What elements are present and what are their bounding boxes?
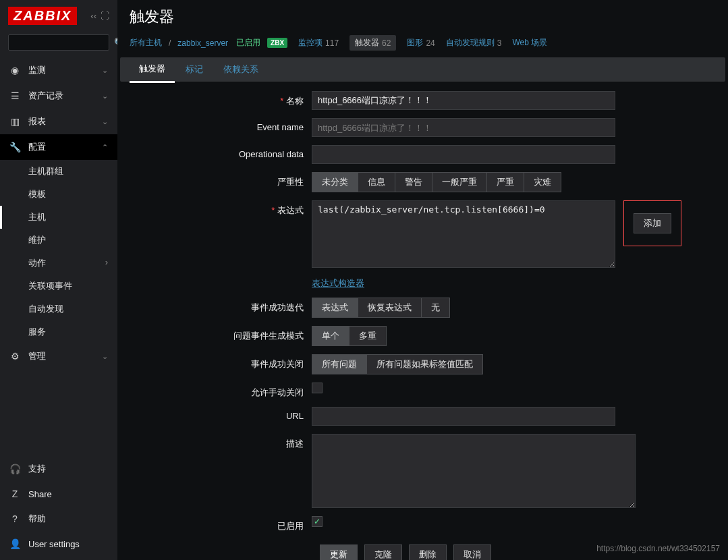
subnav-graphs[interactable]: 图形 24	[407, 37, 435, 49]
severity-opt-5[interactable]: 灾难	[524, 172, 561, 192]
add-button[interactable]: 添加	[634, 213, 671, 233]
ok-close-0[interactable]: 所有问题	[312, 354, 367, 374]
subnav-discovery[interactable]: 自动发现规则 3	[446, 37, 502, 49]
nav-reports[interactable]: ▥ 报表 ⌄	[0, 109, 117, 134]
severity-opt-1[interactable]: 信息	[358, 172, 395, 192]
expression-constructor-link[interactable]: 表达式构造器	[312, 277, 364, 289]
chevron-down-icon: ⌄	[102, 117, 108, 126]
sub-hosts[interactable]: 主机	[0, 206, 117, 229]
sub-templates[interactable]: 模板	[0, 183, 117, 206]
input-description[interactable]	[312, 434, 636, 508]
input-name[interactable]	[312, 91, 615, 110]
list-icon: ☰	[9, 90, 20, 101]
update-button[interactable]: 更新	[320, 544, 358, 560]
label-expression: 表达式	[130, 200, 312, 217]
chevron-down-icon: ⌄	[102, 66, 108, 75]
gen-mode-1[interactable]: 多重	[349, 326, 387, 346]
sidebar-footer: 🎧 支持 Z Share ? 帮助 👤 User settings	[0, 456, 117, 560]
label-eventname: Event name	[130, 118, 312, 132]
clone-button[interactable]: 克隆	[364, 544, 402, 560]
label-severity: 严重性	[130, 172, 312, 188]
help-icon: ?	[9, 513, 20, 524]
footer-help[interactable]: ? 帮助	[0, 506, 117, 532]
severity-group: 未分类 信息 警告 一般严重 严重 灾难	[312, 172, 561, 192]
nav-monitor[interactable]: ◉ 监测 ⌄	[0, 57, 117, 83]
breadcrumb-host[interactable]: zabbix_server	[177, 38, 228, 48]
ok-close-1[interactable]: 所有问题如果标签值匹配	[366, 354, 483, 374]
nav-label: 管理	[28, 350, 46, 362]
footer-share[interactable]: Z Share	[0, 482, 117, 506]
label-manual-close: 允许手动关闭	[130, 383, 312, 399]
logo: ZABBIX	[8, 7, 77, 25]
label-event-iterate: 事件成功迭代	[130, 298, 312, 314]
footer-support[interactable]: 🎧 支持	[0, 456, 117, 482]
form-actions: 更新 克隆 删除 取消	[130, 544, 716, 560]
nav-label: 监测	[28, 64, 46, 76]
page-title: 触发器	[117, 0, 728, 31]
headset-icon: 🎧	[9, 464, 20, 474]
nav-label: 资产记录	[28, 90, 63, 102]
gear-icon: ⚙	[9, 351, 20, 362]
label-enabled: 已启用	[130, 516, 312, 532]
checkbox-enabled[interactable]: ✓	[312, 516, 323, 527]
user-icon: 👤	[9, 538, 20, 549]
subnav-web[interactable]: Web 场景	[512, 37, 547, 49]
input-url[interactable]	[312, 407, 615, 426]
tabs: 触发器 标记 依赖关系	[120, 57, 725, 82]
gen-mode-group: 单个 多重	[312, 326, 387, 346]
nav-config[interactable]: 🔧 配置 ⌃	[0, 134, 117, 160]
severity-opt-4[interactable]: 严重	[486, 172, 524, 192]
gen-mode-0[interactable]: 单个	[312, 326, 349, 346]
form-area: 名称 Event name Operational data 严重性	[117, 82, 728, 560]
main-content: 触发器 所有主机 / zabbix_server 已启用 ZBX 监控项 117…	[117, 0, 728, 560]
event-iterate-0[interactable]: 表达式	[312, 298, 358, 318]
breadcrumb-sep: /	[169, 38, 171, 48]
sub-maintenance[interactable]: 维护	[0, 229, 117, 252]
breadcrumb-subnav: 所有主机 / zabbix_server 已启用 ZBX 监控项 117 触发器…	[117, 31, 728, 51]
input-expression[interactable]	[312, 200, 615, 268]
tab-dep[interactable]: 依赖关系	[214, 57, 268, 82]
chevron-down-icon: ⌄	[102, 92, 108, 101]
zbx-badge: ZBX	[267, 38, 287, 48]
expand-icon[interactable]: ⛶	[101, 11, 109, 21]
sub-correlation[interactable]: 关联项事件	[0, 275, 117, 298]
severity-opt-2[interactable]: 警告	[395, 172, 432, 192]
severity-opt-0[interactable]: 未分类	[312, 172, 358, 192]
breadcrumb-allhosts[interactable]: 所有主机	[130, 37, 162, 49]
delete-button[interactable]: 删除	[409, 544, 447, 560]
eye-icon: ◉	[9, 65, 20, 76]
sidebar-header: ZABBIX ‹‹ ⛶	[0, 0, 117, 32]
nav-admin[interactable]: ⚙ 管理 ⌄	[0, 343, 117, 369]
event-iterate-2[interactable]: 无	[421, 298, 450, 318]
wrench-icon: 🔧	[9, 142, 20, 152]
cancel-button[interactable]: 取消	[453, 544, 491, 560]
search-box[interactable]: 🔍	[8, 34, 109, 51]
event-iterate-1[interactable]: 恢复表达式	[358, 298, 422, 318]
nav-label: 报表	[28, 115, 46, 128]
nav-label: 配置	[28, 141, 46, 153]
collapse-icon[interactable]: ‹‹	[90, 11, 96, 21]
severity-opt-3[interactable]: 一般严重	[432, 172, 487, 192]
ok-close-group: 所有问题 所有问题如果标签值匹配	[312, 354, 483, 374]
sub-hostgroups[interactable]: 主机群组	[0, 160, 117, 183]
subnav-triggers[interactable]: 触发器 62	[349, 35, 396, 51]
tab-trigger[interactable]: 触发器	[130, 57, 175, 83]
chevron-right-icon: ›	[105, 257, 108, 267]
event-iterate-group: 表达式 恢复表达式 无	[312, 298, 450, 318]
tab-tag[interactable]: 标记	[176, 57, 213, 82]
input-opdata[interactable]	[312, 145, 615, 164]
search-input[interactable]	[13, 38, 114, 47]
checkbox-manual-close[interactable]	[312, 383, 323, 393]
sub-actions[interactable]: 动作 ›	[0, 252, 117, 275]
config-subitems: 主机群组 模板 主机 维护 动作 › 关联项事件 自动发现 服务	[0, 160, 117, 343]
label-ok-close: 事件成功关闭	[130, 354, 312, 370]
chevron-up-icon: ⌃	[102, 143, 108, 152]
share-icon: Z	[9, 488, 20, 499]
input-eventname[interactable]	[312, 118, 615, 137]
chevron-down-icon: ⌄	[102, 352, 108, 361]
nav-assets[interactable]: ☰ 资产记录 ⌄	[0, 83, 117, 109]
footer-user[interactable]: 👤 User settings	[0, 532, 117, 556]
sub-services[interactable]: 服务	[0, 320, 117, 343]
subnav-items[interactable]: 监控项 117	[298, 37, 339, 49]
sub-discovery[interactable]: 自动发现	[0, 298, 117, 320]
